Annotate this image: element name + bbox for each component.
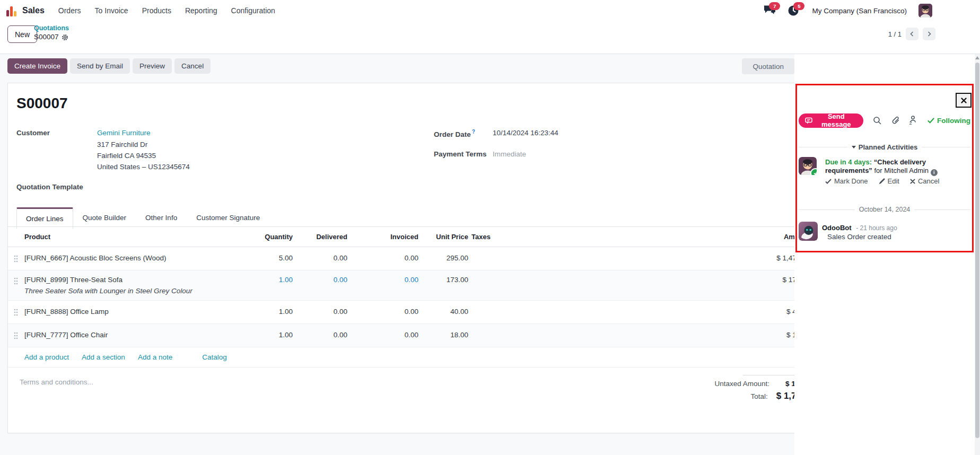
table-footer-links: Add a product Add a section Add a note C…: [8, 347, 794, 368]
cell-invoiced[interactable]: 0.00: [405, 276, 418, 284]
followers-count: 2: [909, 120, 912, 126]
table-row[interactable]: [FURN_8888] Office Lamp 1.00 0.00 0.00 4…: [8, 301, 794, 324]
send-by-email-button[interactable]: Send by Email: [70, 58, 130, 74]
payment-terms-value[interactable]: Immediate: [493, 150, 526, 158]
app-name[interactable]: Sales: [22, 6, 45, 15]
header-quantity[interactable]: Quantity: [265, 233, 293, 241]
header-delivered[interactable]: Delivered: [316, 233, 347, 241]
drag-handle-icon[interactable]: [14, 255, 18, 262]
drag-handle-icon[interactable]: [14, 277, 18, 285]
pager: 1 / 1: [888, 28, 935, 40]
sales-app-icon[interactable]: [6, 5, 18, 16]
cell-unit-price[interactable]: 173.00: [447, 276, 468, 284]
cell-delivered[interactable]: 0.00: [334, 331, 347, 339]
cell-product[interactable]: [FURN_6667] Acoustic Bloc Screens (Wood): [24, 254, 167, 262]
catalog-link[interactable]: Catalog: [202, 353, 227, 361]
new-button[interactable]: New: [7, 25, 37, 43]
cell-invoiced[interactable]: 0.00: [405, 308, 418, 316]
cell-unit-price[interactable]: 40.00: [450, 308, 468, 316]
scrollbar-up-arrow[interactable]: [975, 56, 979, 59]
tab-order-lines[interactable]: Order Lines: [16, 207, 73, 229]
header-product[interactable]: Product: [24, 233, 50, 241]
customer-label: Customer: [16, 129, 50, 137]
tab-quote-builder[interactable]: Quote Builder: [73, 207, 136, 228]
stage-quotation[interactable]: Quotation: [742, 58, 794, 74]
user-avatar[interactable]: [918, 4, 932, 18]
pager-next-icon[interactable]: [923, 28, 935, 40]
record-title: S00007: [16, 95, 68, 112]
cell-invoiced[interactable]: 0.00: [405, 254, 418, 262]
cell-delivered[interactable]: 0.00: [334, 276, 347, 284]
add-a-note-link[interactable]: Add a note: [138, 353, 172, 361]
attachment-paperclip-icon[interactable]: [891, 116, 900, 125]
mark-done-button[interactable]: Mark Done: [825, 177, 868, 185]
cell-quantity[interactable]: 1.00: [279, 276, 293, 284]
create-invoice-button[interactable]: Create Invoice: [7, 58, 67, 74]
tab-customer-signature[interactable]: Customer Signature: [187, 207, 269, 228]
header-unit-price[interactable]: Unit Price: [436, 233, 468, 241]
add-a-section-link[interactable]: Add a section: [82, 353, 125, 361]
scrollbar-thumb[interactable]: [975, 63, 979, 438]
cell-product-description[interactable]: Three Seater Sofa with Lounger in Steel …: [24, 287, 192, 295]
menu-orders[interactable]: Orders: [58, 6, 81, 15]
planned-activities-toggle[interactable]: Planned Activities: [852, 143, 918, 151]
odoo-sales-screen: Sales Orders To Invoice Products Reporti…: [0, 0, 980, 455]
order-date-label: Order Date?: [434, 129, 475, 138]
form-view: Create Invoice Send by Email Preview Can…: [0, 54, 794, 455]
quotation-template-label: Quotation Template: [16, 183, 83, 191]
info-icon[interactable]: [931, 169, 938, 176]
send-message-button[interactable]: Send message: [799, 113, 863, 128]
tab-other-info[interactable]: Other Info: [136, 207, 187, 228]
drag-handle-icon[interactable]: [14, 332, 18, 339]
cell-quantity[interactable]: 1.00: [279, 331, 293, 339]
header-amount[interactable]: Amount: [784, 233, 794, 241]
activity-due: Due in 4 days:: [825, 158, 872, 166]
drag-handle-icon[interactable]: [14, 309, 18, 316]
add-a-product-link[interactable]: Add a product: [24, 353, 69, 361]
menu-reporting[interactable]: Reporting: [185, 6, 217, 15]
cell-quantity[interactable]: 5.00: [279, 254, 293, 262]
table-row[interactable]: [FURN_8999] Three-Seat Sofa 1.00 0.00 0.…: [8, 270, 794, 301]
customer-link[interactable]: Gemini Furniture: [97, 129, 151, 137]
activities-badge: 5: [793, 2, 804, 10]
cancel-activity-button[interactable]: Cancel: [910, 177, 939, 185]
cell-invoiced[interactable]: 0.00: [405, 331, 418, 339]
cell-unit-price[interactable]: 295.00: [447, 254, 468, 262]
header-taxes[interactable]: Taxes: [471, 233, 491, 241]
cell-quantity[interactable]: 1.00: [279, 308, 293, 316]
menu-to-invoice[interactable]: To Invoice: [95, 6, 128, 15]
search-messages-icon[interactable]: [873, 116, 882, 125]
following-button[interactable]: Following: [928, 117, 970, 125]
breadcrumb-quotations[interactable]: Quotations: [34, 24, 69, 33]
cell-product[interactable]: [FURN_8999] Three-Seat Sofa: [24, 276, 122, 284]
pager-previous-icon[interactable]: [906, 28, 918, 40]
table-row[interactable]: [FURN_6667] Acoustic Bloc Screens (Wood)…: [8, 247, 794, 270]
cell-product[interactable]: [FURN_7777] Office Chair: [24, 331, 108, 339]
terms-placeholder[interactable]: Terms and conditions...: [20, 378, 93, 386]
menu-configuration[interactable]: Configuration: [231, 6, 275, 15]
header-invoiced[interactable]: Invoiced: [390, 233, 418, 241]
activity-summary: Due in 4 days: “Check delivery requireme…: [825, 158, 967, 176]
message-author[interactable]: OdooBot: [822, 224, 852, 232]
activities-clock-icon[interactable]: 5: [788, 5, 800, 16]
date-separator: October 14, 2024: [799, 206, 970, 213]
cell-amount: $ 18.: [786, 331, 794, 339]
followers-icon[interactable]: 2: [909, 115, 919, 126]
notebook-tabs: Order Lines Quote Builder Other Info Cus…: [16, 207, 269, 229]
cancel-button[interactable]: Cancel: [174, 58, 211, 74]
close-icon[interactable]: [956, 93, 972, 108]
order-date-value[interactable]: 10/14/2024 16:23:44: [493, 129, 558, 137]
preview-button[interactable]: Preview: [133, 58, 172, 74]
table-row[interactable]: [FURN_7777] Office Chair 1.00 0.00 0.00 …: [8, 324, 794, 347]
cell-delivered[interactable]: 0.00: [334, 308, 347, 316]
menu-products[interactable]: Products: [142, 6, 171, 15]
chatter-panel: Send message 2 Following Planned Activit…: [794, 54, 975, 455]
breadcrumb: Quotations S00007: [34, 24, 69, 42]
cell-product[interactable]: [FURN_8888] Office Lamp: [24, 308, 109, 316]
cell-unit-price[interactable]: 18.00: [450, 331, 468, 339]
edit-activity-button[interactable]: Edit: [879, 177, 899, 185]
gear-icon[interactable]: [62, 34, 68, 41]
messages-icon[interactable]: 7: [763, 5, 776, 16]
company-switcher[interactable]: My Company (San Francisco): [812, 7, 907, 15]
cell-delivered[interactable]: 0.00: [334, 254, 347, 262]
